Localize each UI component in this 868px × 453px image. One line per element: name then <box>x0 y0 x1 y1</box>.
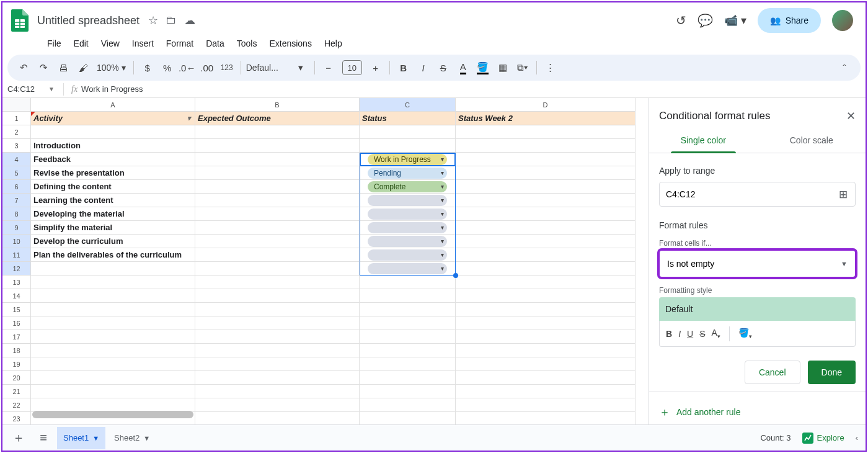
cell[interactable] <box>195 235 360 248</box>
cell[interactable]: Activity▾ <box>31 112 195 125</box>
menu-insert[interactable]: Insert <box>127 36 159 51</box>
cell[interactable] <box>456 357 636 371</box>
cell[interactable] <box>31 398 195 412</box>
cell[interactable] <box>195 276 360 289</box>
more-formats-button[interactable]: 123 <box>218 59 236 76</box>
horizontal-scrollbar[interactable] <box>32 411 193 418</box>
row-header[interactable]: 12 <box>2 262 31 276</box>
cell[interactable] <box>195 330 360 344</box>
spreadsheet-grid[interactable]: A B C D 1Activity▾Expected OutcomeStatus… <box>2 98 649 424</box>
print-button[interactable]: 🖶 <box>55 59 72 76</box>
cell[interactable] <box>360 262 456 276</box>
style-fill-color-button[interactable]: 🪣▾ <box>738 328 752 339</box>
cell[interactable] <box>360 303 456 316</box>
cell[interactable] <box>456 207 636 221</box>
paint-format-button[interactable]: 🖌 <box>74 59 92 76</box>
cell[interactable] <box>360 316 456 330</box>
cell[interactable] <box>360 139 456 153</box>
font-family-select[interactable]: Defaul... <box>246 63 290 73</box>
cell[interactable]: Status Week 2 <box>456 112 636 125</box>
cell[interactable] <box>456 398 636 412</box>
cell[interactable] <box>195 303 360 316</box>
cell[interactable] <box>456 289 636 303</box>
cell[interactable] <box>360 235 456 248</box>
cell[interactable] <box>195 289 360 303</box>
cell[interactable] <box>195 180 360 194</box>
cell[interactable] <box>360 125 456 139</box>
cell[interactable] <box>195 139 360 153</box>
cell[interactable]: Complete <box>360 180 456 194</box>
cell[interactable] <box>195 316 360 330</box>
sheet-tab-2[interactable]: Sheet2▼ <box>108 427 156 449</box>
cell[interactable] <box>456 344 636 357</box>
status-chip[interactable] <box>368 209 447 220</box>
cell[interactable] <box>195 248 360 262</box>
row-header[interactable]: 2 <box>2 125 31 139</box>
cell[interactable] <box>456 262 636 276</box>
filter-icon[interactable]: ▾ <box>187 114 191 122</box>
cell[interactable]: Work in Progress <box>360 153 456 166</box>
menu-help[interactable]: Help <box>319 36 347 51</box>
row-header[interactable]: 4 <box>2 153 31 166</box>
style-bold-button[interactable]: B <box>666 329 672 339</box>
bold-button[interactable]: B <box>395 59 412 76</box>
row-header[interactable]: 18 <box>2 344 31 357</box>
menu-data[interactable]: Data <box>201 36 229 51</box>
decrease-font-button[interactable]: − <box>320 59 337 76</box>
cell[interactable] <box>456 153 636 166</box>
cell[interactable] <box>360 412 456 424</box>
done-button[interactable]: Done <box>808 361 856 384</box>
status-chip[interactable] <box>368 195 447 206</box>
cell[interactable] <box>456 330 636 344</box>
move-icon[interactable]: 🗀 <box>166 14 177 27</box>
row-header[interactable]: 8 <box>2 207 31 221</box>
document-title[interactable]: Untitled spreadsheet <box>33 13 143 29</box>
user-avatar[interactable] <box>832 10 853 31</box>
comments-icon[interactable]: 💬 <box>698 13 713 28</box>
row-header[interactable]: 3 <box>2 139 31 153</box>
formula-input[interactable]: Work in Progress <box>81 84 866 94</box>
row-header[interactable]: 15 <box>2 303 31 316</box>
meet-icon[interactable]: 📹 ▾ <box>724 14 746 27</box>
select-range-icon[interactable]: ⊞ <box>831 188 855 201</box>
status-chip[interactable]: Work in Progress <box>368 154 447 165</box>
cell[interactable] <box>195 385 360 398</box>
status-chip[interactable] <box>368 236 447 247</box>
cell[interactable]: Simplify the material <box>31 221 195 235</box>
sheet-tab-1[interactable]: Sheet1▼ <box>57 427 105 449</box>
cell[interactable] <box>456 166 636 180</box>
cell[interactable]: Status <box>360 112 456 125</box>
row-header[interactable]: 17 <box>2 330 31 344</box>
cell[interactable] <box>456 276 636 289</box>
cell[interactable] <box>456 139 636 153</box>
cell[interactable] <box>360 385 456 398</box>
style-preview[interactable]: Default <box>659 297 856 321</box>
cell[interactable]: Plan the deliverables of the curriculum <box>31 248 195 262</box>
cell[interactable] <box>360 194 456 207</box>
cell[interactable]: Feedback <box>31 153 195 166</box>
cell[interactable] <box>456 125 636 139</box>
cell[interactable]: Revise the presentation <box>31 166 195 180</box>
cell[interactable] <box>360 371 456 385</box>
cell[interactable] <box>360 357 456 371</box>
cell[interactable] <box>195 357 360 371</box>
condition-select[interactable]: Is not empty ▼ <box>659 250 856 277</box>
row-header[interactable]: 7 <box>2 194 31 207</box>
cell[interactable] <box>456 412 636 424</box>
cell[interactable] <box>456 248 636 262</box>
currency-button[interactable]: $ <box>139 59 156 76</box>
menu-view[interactable]: View <box>96 36 125 51</box>
cell[interactable] <box>456 316 636 330</box>
cell[interactable]: Introduction <box>31 139 195 153</box>
cell[interactable] <box>31 125 195 139</box>
cell[interactable] <box>456 385 636 398</box>
cell[interactable] <box>360 276 456 289</box>
cell[interactable] <box>456 194 636 207</box>
cell[interactable] <box>195 207 360 221</box>
cell[interactable] <box>360 330 456 344</box>
menu-file[interactable]: File <box>42 36 66 51</box>
row-header[interactable]: 10 <box>2 235 31 248</box>
cell[interactable] <box>360 344 456 357</box>
fill-color-button[interactable]: 🪣 <box>474 59 492 76</box>
history-icon[interactable]: ↺ <box>676 13 686 28</box>
